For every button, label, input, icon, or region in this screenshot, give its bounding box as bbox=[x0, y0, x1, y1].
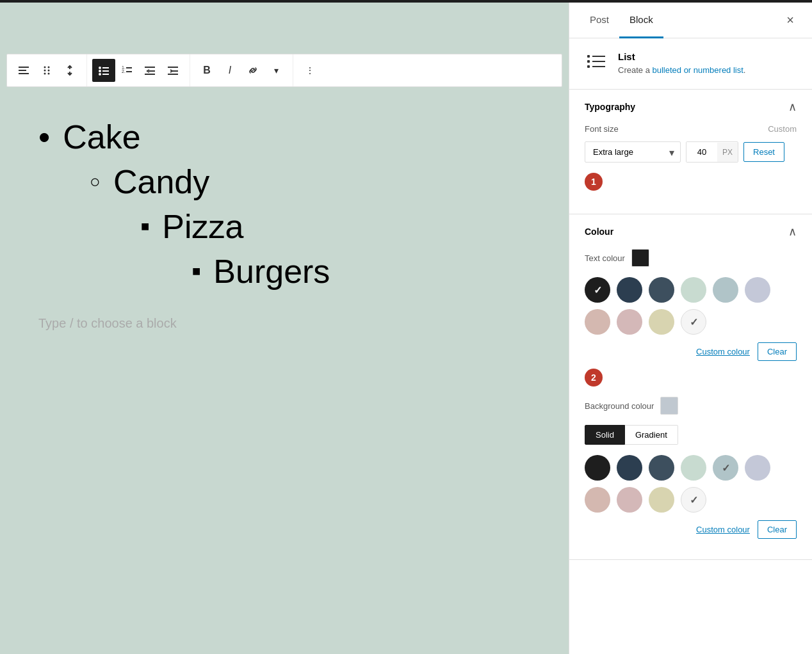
toolbar-align-button[interactable] bbox=[12, 59, 35, 82]
reset-button[interactable]: Reset bbox=[743, 142, 784, 162]
text-swatch-dark-gray[interactable] bbox=[649, 277, 674, 303]
svg-rect-20 bbox=[149, 70, 155, 72]
bg-clear-button[interactable]: Clear bbox=[758, 520, 797, 539]
toolbar-more-rich-button[interactable]: ▾ bbox=[264, 59, 288, 82]
tab-block[interactable]: Block bbox=[619, 3, 663, 38]
svg-rect-10 bbox=[102, 67, 109, 68]
list-item: Burgers bbox=[38, 252, 530, 291]
colour-section: Colour ∧ Text colour bbox=[569, 214, 812, 560]
bg-tab-solid[interactable]: Solid bbox=[585, 425, 625, 445]
text-colour-actions: Custom colour Clear bbox=[585, 342, 797, 361]
svg-point-5 bbox=[44, 70, 46, 72]
sidebar-tabs: Post Block × bbox=[569, 3, 812, 38]
bg-swatch-white[interactable] bbox=[681, 487, 706, 513]
bg-swatch-dark-gray[interactable] bbox=[649, 455, 674, 481]
toolbar-group-options: ⋮ bbox=[293, 54, 327, 86]
svg-rect-0 bbox=[19, 67, 29, 68]
text-swatch-black[interactable] bbox=[585, 277, 610, 303]
bg-swatch-pink[interactable] bbox=[617, 487, 642, 513]
svg-point-6 bbox=[48, 70, 50, 72]
px-input-wrapper: PX bbox=[686, 141, 738, 163]
block-description: Create a bulleted or numbered list. bbox=[618, 65, 745, 76]
svg-point-9 bbox=[99, 67, 101, 69]
bg-swatch-tan[interactable] bbox=[649, 487, 674, 513]
text-swatch-white[interactable] bbox=[681, 309, 706, 335]
svg-rect-22 bbox=[168, 67, 178, 68]
toolbar-unordered-list-button[interactable] bbox=[92, 59, 115, 82]
colour-header[interactable]: Colour ∧ bbox=[569, 214, 812, 249]
text-colour-swatches bbox=[585, 277, 797, 335]
text-swatch-mint[interactable] bbox=[681, 277, 706, 303]
svg-rect-1 bbox=[19, 70, 26, 71]
typography-header[interactable]: Typography ∧ bbox=[569, 90, 812, 124]
svg-point-4 bbox=[48, 67, 50, 68]
text-clear-button[interactable]: Clear bbox=[758, 342, 797, 361]
custom-px-input[interactable] bbox=[686, 142, 717, 162]
text-custom-colour-link[interactable]: Custom colour bbox=[696, 347, 750, 356]
svg-rect-21 bbox=[145, 74, 155, 75]
bg-swatch-lavender[interactable] bbox=[745, 455, 770, 481]
font-size-row: Font size Custom bbox=[585, 124, 797, 134]
bg-colour-preview bbox=[660, 397, 678, 415]
typography-body: Font size Custom Small Medium Large Extr… bbox=[569, 124, 812, 214]
bg-swatch-dark-blue[interactable] bbox=[617, 455, 642, 481]
text-swatch-tan[interactable] bbox=[649, 309, 674, 335]
svg-rect-27 bbox=[587, 60, 590, 63]
sidebar-close-button[interactable]: × bbox=[779, 9, 802, 32]
text-swatch-lavender[interactable] bbox=[745, 277, 770, 303]
font-size-select[interactable]: Small Medium Large Extra large bbox=[585, 141, 681, 163]
svg-rect-16 bbox=[126, 67, 132, 68]
bg-swatch-mint[interactable] bbox=[681, 455, 706, 481]
toolbar-indent-button[interactable] bbox=[161, 59, 184, 82]
svg-point-11 bbox=[99, 70, 101, 72]
toolbar-bold-button[interactable]: B bbox=[195, 59, 218, 82]
toolbar-more-options-button[interactable]: ⋮ bbox=[298, 59, 321, 82]
content-area[interactable]: Cake Candy Pizza Burgers Type / to choos… bbox=[0, 3, 569, 654]
tab-post[interactable]: Post bbox=[580, 3, 619, 38]
bg-tab-gradient[interactable]: Gradient bbox=[625, 425, 678, 445]
svg-text:2.: 2. bbox=[122, 69, 126, 74]
colour-body: Text colour Custom colour bbox=[569, 249, 812, 559]
svg-rect-12 bbox=[102, 70, 109, 72]
bg-colour-actions: Custom colour Clear bbox=[585, 520, 797, 539]
list-item: Candy bbox=[38, 163, 530, 201]
text-swatch-dark-blue[interactable] bbox=[617, 277, 642, 303]
sidebar: Post Block × List Create a bulleted or n… bbox=[569, 3, 812, 654]
toolbar-link-button[interactable] bbox=[241, 59, 264, 82]
toolbar-drag-button[interactable] bbox=[35, 59, 58, 82]
toolbar-italic-button[interactable]: I bbox=[218, 59, 241, 82]
bg-swatch-light-blue[interactable]: ✓ bbox=[713, 455, 738, 481]
block-toolbar: 1. 2. bbox=[6, 54, 562, 87]
block-text: List Create a bulleted or numbered list. bbox=[618, 51, 745, 76]
list-content: Cake Candy Pizza Burgers bbox=[38, 118, 530, 291]
text-colour-label: Text colour bbox=[585, 253, 625, 263]
bg-custom-colour-link[interactable]: Custom colour bbox=[696, 525, 750, 534]
bg-colour-swatches: ✓ bbox=[585, 455, 797, 513]
block-description-link[interactable]: bulleted or numbered list bbox=[652, 65, 743, 75]
block-info: List Create a bulleted or numbered list. bbox=[569, 38, 812, 90]
text-swatch-light-blue[interactable] bbox=[713, 277, 738, 303]
bg-swatch-rose[interactable] bbox=[585, 487, 610, 513]
svg-rect-29 bbox=[587, 65, 590, 68]
svg-point-7 bbox=[44, 73, 46, 75]
svg-rect-24 bbox=[168, 74, 178, 75]
svg-rect-25 bbox=[587, 55, 590, 58]
svg-point-8 bbox=[48, 73, 50, 75]
toolbar-move-button[interactable] bbox=[58, 59, 81, 82]
text-swatch-pink[interactable] bbox=[617, 309, 642, 335]
text-swatch-rose[interactable] bbox=[585, 309, 610, 335]
font-size-label: Font size bbox=[585, 124, 761, 134]
toolbar-group-list: 1. 2. bbox=[87, 54, 190, 86]
block-icon bbox=[585, 51, 608, 74]
toolbar-outdent-button[interactable] bbox=[138, 59, 161, 82]
toolbar-ordered-list-button[interactable]: 1. 2. bbox=[115, 59, 138, 82]
editor-area: 1. 2. bbox=[0, 3, 569, 654]
svg-rect-18 bbox=[126, 71, 132, 72]
text-colour-row: Text colour bbox=[585, 249, 797, 267]
text-colour-preview bbox=[631, 249, 649, 267]
typography-label: Typography bbox=[585, 102, 635, 112]
bg-swatch-black[interactable] bbox=[585, 455, 610, 481]
toolbar-group-controls bbox=[7, 54, 87, 86]
block-placeholder: Type / to choose a block bbox=[38, 316, 530, 331]
typography-chevron-icon: ∧ bbox=[788, 100, 797, 114]
